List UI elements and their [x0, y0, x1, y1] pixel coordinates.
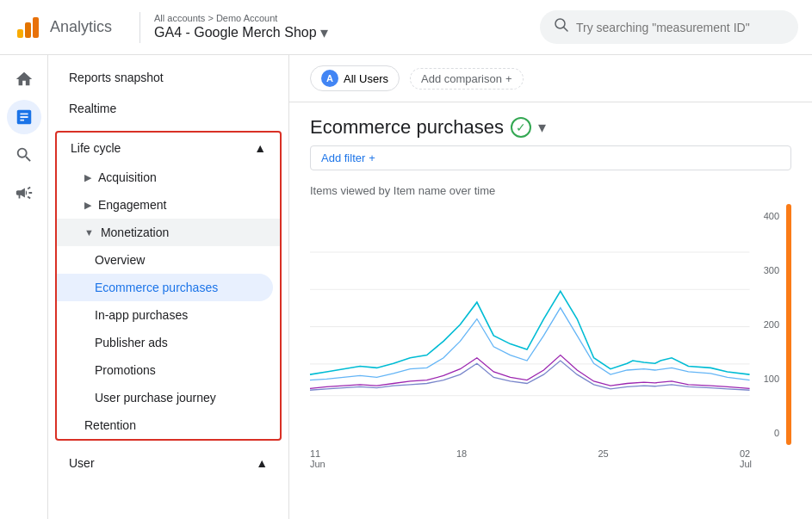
account-name-text: GA4 - Google Merch Shop — [154, 25, 317, 40]
page-title: Ecommerce purchases — [310, 116, 504, 139]
sidebar-engagement[interactable]: ▶ Engagement — [57, 191, 280, 219]
sidebar-ecommerce-purchases[interactable]: Ecommerce purchases — [57, 274, 273, 301]
y-label-100: 100 — [764, 374, 779, 384]
add-comparison-icon: + — [505, 72, 512, 85]
sidebar-realtime[interactable]: Realtime — [48, 93, 288, 124]
sidebar-user-purchase-journey[interactable]: User purchase journey — [57, 384, 280, 411]
publisher-ads-label: Publisher ads — [95, 336, 168, 349]
monetization-label: Monetization — [101, 226, 169, 239]
svg-line-4 — [564, 28, 568, 32]
ecommerce-purchases-label: Ecommerce purchases — [95, 281, 218, 294]
user-purchase-journey-label: User purchase journey — [95, 391, 216, 405]
sidebar-monetization[interactable]: ▼ Monetization — [57, 219, 280, 246]
page-title-row: Ecommerce purchases ✓ ▾ — [289, 102, 812, 139]
chart-container: Items viewed by Item name over time — [310, 184, 791, 469]
topbar-divider — [139, 12, 140, 43]
sidebar-acquisition[interactable]: ▶ Acquisition — [57, 164, 280, 191]
app-logo: Analytics — [14, 14, 112, 41]
account-breadcrumb: All accounts > Demo Account — [154, 13, 328, 23]
content-area: A All Users Add comparison + Ecommerce p… — [289, 55, 812, 519]
chart-wrapper: 400 300 200 100 0 — [310, 204, 791, 445]
users-bar: A All Users Add comparison + — [289, 55, 812, 102]
sidebar: Reports snapshot Realtime Life cycle ▲ ▶… — [48, 55, 289, 519]
add-filter-label: Add filter — [321, 151, 365, 164]
in-app-purchases-label: In-app purchases — [95, 308, 188, 322]
rail-explore[interactable] — [7, 138, 41, 172]
engagement-expand-icon: ▶ — [84, 200, 91, 211]
user-avatar: A — [321, 70, 338, 87]
sidebar-publisher-ads[interactable]: Publisher ads — [57, 329, 280, 356]
search-input[interactable] — [576, 21, 784, 34]
x-label-02jul: 02Jul — [740, 448, 752, 469]
account-name[interactable]: GA4 - Google Merch Shop ▾ — [154, 23, 328, 42]
account-chevron-icon: ▾ — [320, 23, 328, 42]
x-label-18: 18 — [456, 448, 467, 469]
main-layout: Reports snapshot Realtime Life cycle ▲ ▶… — [0, 55, 812, 519]
add-comparison-button[interactable]: Add comparison + — [410, 68, 524, 90]
add-filter-button[interactable]: Add filter + — [310, 145, 791, 170]
acquisition-expand-icon: ▶ — [84, 172, 91, 183]
lifecycle-header[interactable]: Life cycle ▲ — [57, 133, 280, 164]
orange-indicator-bar — [786, 204, 791, 445]
rail-reports[interactable] — [7, 100, 41, 134]
title-dropdown-icon[interactable]: ▾ — [538, 118, 546, 137]
rail-home[interactable] — [7, 62, 41, 96]
y-label-400: 400 — [764, 211, 779, 221]
chart-title: Items viewed by Item name over time — [310, 184, 791, 197]
account-info: All accounts > Demo Account GA4 - Google… — [154, 13, 328, 42]
user-section-expand-icon: ▲ — [256, 456, 268, 470]
engagement-label: Engagement — [98, 198, 166, 212]
user-section: User ▲ — [48, 448, 288, 479]
chart-area — [310, 204, 755, 445]
search-bar[interactable] — [540, 10, 798, 44]
lifecycle-collapse-icon: ▲ — [254, 141, 266, 155]
topbar: Analytics All accounts > Demo Account GA… — [0, 0, 812, 55]
x-axis-labels: 11Jun 18 25 02Jul — [310, 445, 791, 469]
analytics-logo-icon — [14, 14, 41, 41]
y-axis-labels: 400 300 200 100 0 — [755, 204, 786, 445]
user-section-label: User — [69, 456, 95, 470]
sidebar-promotions[interactable]: Promotions — [57, 356, 280, 384]
search-icon — [554, 17, 569, 37]
svg-rect-0 — [17, 29, 23, 38]
svg-rect-2 — [33, 17, 39, 38]
sidebar-overview[interactable]: Overview — [57, 246, 280, 274]
user-label: All Users — [344, 72, 388, 85]
add-comparison-label: Add comparison — [421, 72, 502, 85]
chart-svg — [310, 204, 755, 445]
retention-label: Retention — [84, 418, 136, 432]
rail-advertising[interactable] — [7, 176, 41, 210]
icon-rail — [0, 55, 48, 519]
sidebar-retention[interactable]: Retention — [57, 411, 280, 439]
acquisition-label: Acquisition — [98, 170, 157, 184]
user-section-header[interactable]: User ▲ — [55, 448, 282, 479]
overview-label: Overview — [95, 253, 145, 267]
promotions-label: Promotions — [95, 363, 156, 377]
monetization-expand-icon: ▼ — [84, 227, 94, 238]
x-label-11jun: 11Jun — [310, 448, 325, 469]
title-check-icon: ✓ — [511, 117, 531, 138]
filter-row: Add filter + — [289, 139, 812, 184]
y-label-200: 200 — [764, 319, 779, 330]
x-label-25: 25 — [598, 448, 608, 469]
add-filter-icon: + — [369, 151, 375, 164]
svg-rect-1 — [25, 22, 31, 38]
lifecycle-section: Life cycle ▲ ▶ Acquisition ▶ Engagement … — [55, 131, 282, 441]
app-name-label: Analytics — [50, 18, 112, 36]
all-users-chip[interactable]: A All Users — [310, 65, 400, 91]
sidebar-in-app-purchases[interactable]: In-app purchases — [57, 301, 280, 329]
y-label-300: 300 — [764, 265, 779, 275]
y-label-0: 0 — [774, 428, 779, 438]
lifecycle-label: Life cycle — [71, 141, 121, 155]
sidebar-reports-snapshot[interactable]: Reports snapshot — [48, 62, 288, 93]
